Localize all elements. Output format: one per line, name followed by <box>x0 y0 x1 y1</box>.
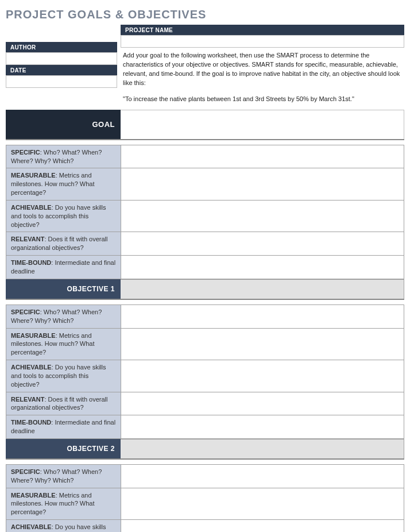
achievable-label: ACHIEVABLE: Do you have skills and tools… <box>6 360 121 392</box>
relevant-input-1[interactable] <box>121 232 404 255</box>
achievable-input-1[interactable] <box>121 201 404 232</box>
smart-table-3: SPECIFIC: Who? What? When? Where? Why? W… <box>6 464 404 532</box>
relevant-input-2[interactable] <box>121 392 404 415</box>
measurable-input-3[interactable] <box>121 488 404 520</box>
objective-1-label: OBJECTIVE 1 <box>6 279 121 299</box>
specific-label: SPECIFIC: Who? What? When? Where? Why? W… <box>6 465 121 488</box>
achievable-input-2[interactable] <box>121 360 404 392</box>
smart-table-2: SPECIFIC: Who? What? When? Where? Why? W… <box>6 304 404 439</box>
author-input[interactable] <box>6 52 117 65</box>
project-name-label: PROJECT NAME <box>121 25 404 35</box>
achievable-label: ACHIEVABLE: Do you have skills and tools… <box>6 201 121 232</box>
header-grid: AUTHOR DATE PROJECT NAME Add your goal t… <box>6 25 404 104</box>
achievable-input-3[interactable] <box>121 520 404 532</box>
objective-2-input[interactable] <box>121 439 404 458</box>
timebound-input-1[interactable] <box>121 256 404 279</box>
measurable-input-1[interactable] <box>121 168 404 200</box>
timebound-label: TIME-BOUND: Intermediate and final deadl… <box>6 415 121 438</box>
date-label: DATE <box>6 65 117 75</box>
goal-row: GOAL <box>6 110 404 140</box>
measurable-label: MEASURABLE: Metrics and milestones. How … <box>6 168 121 200</box>
relevant-label: RELEVANT: Does it fit with overall organ… <box>6 232 121 255</box>
timebound-label: TIME-BOUND: Intermediate and final deadl… <box>6 256 121 279</box>
specific-input-3[interactable] <box>121 465 404 488</box>
description-p1: Add your goal to the following worksheet… <box>123 51 402 88</box>
relevant-label: RELEVANT: Does it fit with overall organ… <box>6 392 121 415</box>
author-label: AUTHOR <box>6 42 117 52</box>
measurable-input-2[interactable] <box>121 329 404 360</box>
page-title: PROJECT GOALS & OBJECTIVES <box>6 8 404 21</box>
description-p2: "To increase the native plants between 1… <box>123 95 402 104</box>
goal-input[interactable] <box>121 110 404 139</box>
goal-label: GOAL <box>6 110 121 139</box>
measurable-label: MEASURABLE: Metrics and milestones. How … <box>6 488 121 520</box>
specific-label: SPECIFIC: Who? What? When? Where? Why? W… <box>6 305 121 328</box>
description-block: Add your goal to the following worksheet… <box>121 48 404 104</box>
specific-input-1[interactable] <box>121 145 404 168</box>
objective-2-label: OBJECTIVE 2 <box>6 439 121 458</box>
measurable-label: MEASURABLE: Metrics and milestones. How … <box>6 329 121 360</box>
specific-label: SPECIFIC: Who? What? When? Where? Why? W… <box>6 145 121 168</box>
specific-input-2[interactable] <box>121 305 404 328</box>
objective-1-input[interactable] <box>121 279 404 299</box>
date-input[interactable] <box>6 75 117 88</box>
achievable-label: ACHIEVABLE: Do you have skills and tools… <box>6 520 121 532</box>
objective-2-row: OBJECTIVE 2 <box>6 439 404 460</box>
smart-table-1: SPECIFIC: Who? What? When? Where? Why? W… <box>6 145 404 279</box>
project-name-input[interactable] <box>121 35 404 48</box>
objective-1-row: OBJECTIVE 1 <box>6 279 404 300</box>
timebound-input-2[interactable] <box>121 415 404 438</box>
